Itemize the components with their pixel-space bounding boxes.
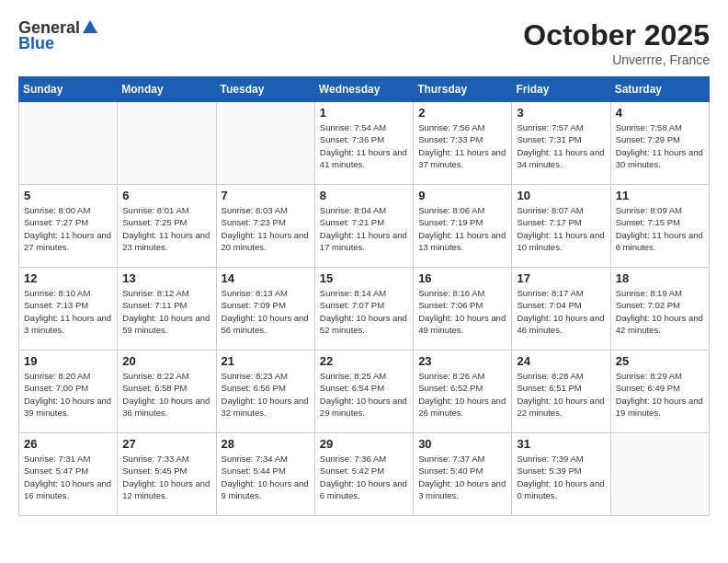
calendar-day-cell: 21Sunrise: 8:23 AM Sunset: 6:56 PM Dayli…	[216, 350, 314, 433]
day-info: Sunrise: 7:31 AM Sunset: 5:47 PM Dayligh…	[24, 453, 112, 501]
calendar-day-cell	[610, 433, 709, 516]
calendar-day-cell: 28Sunrise: 7:34 AM Sunset: 5:44 PM Dayli…	[216, 433, 314, 516]
day-of-week-header: Saturday	[610, 77, 709, 102]
calendar-day-cell: 25Sunrise: 8:29 AM Sunset: 6:49 PM Dayli…	[610, 350, 709, 433]
calendar-day-cell: 9Sunrise: 8:06 AM Sunset: 7:19 PM Daylig…	[414, 185, 512, 268]
calendar-day-cell: 7Sunrise: 8:03 AM Sunset: 7:23 PM Daylig…	[216, 185, 314, 268]
calendar-day-cell: 4Sunrise: 7:58 AM Sunset: 7:29 PM Daylig…	[610, 102, 709, 185]
day-number: 20	[122, 354, 210, 368]
calendar-day-cell: 29Sunrise: 7:36 AM Sunset: 5:42 PM Dayli…	[314, 433, 413, 516]
day-number: 9	[418, 189, 506, 202]
calendar-week-row: 5Sunrise: 8:00 AM Sunset: 7:27 PM Daylig…	[19, 185, 710, 268]
day-number: 8	[320, 189, 408, 202]
day-number: 22	[320, 354, 408, 368]
calendar-week-row: 1Sunrise: 7:54 AM Sunset: 7:36 PM Daylig…	[19, 102, 710, 185]
day-number: 7	[222, 189, 310, 202]
calendar-day-cell: 11Sunrise: 8:09 AM Sunset: 7:15 PM Dayli…	[610, 185, 709, 268]
calendar-week-row: 26Sunrise: 7:31 AM Sunset: 5:47 PM Dayli…	[19, 433, 710, 516]
day-info: Sunrise: 7:36 AM Sunset: 5:42 PM Dayligh…	[320, 453, 408, 501]
calendar-day-cell: 26Sunrise: 7:31 AM Sunset: 5:47 PM Dayli…	[19, 433, 118, 516]
calendar-day-cell	[216, 102, 314, 185]
day-info: Sunrise: 8:09 AM Sunset: 7:15 PM Dayligh…	[616, 204, 704, 253]
day-info: Sunrise: 8:04 AM Sunset: 7:21 PM Dayligh…	[320, 204, 408, 253]
calendar-header-row: SundayMondayTuesdayWednesdayThursdayFrid…	[19, 77, 710, 102]
day-of-week-header: Wednesday	[314, 77, 413, 102]
day-info: Sunrise: 8:17 AM Sunset: 7:04 PM Dayligh…	[517, 287, 605, 336]
day-info: Sunrise: 8:14 AM Sunset: 7:07 PM Dayligh…	[320, 287, 408, 336]
day-info: Sunrise: 8:23 AM Sunset: 6:56 PM Dayligh…	[222, 370, 310, 419]
calendar-day-cell: 12Sunrise: 8:10 AM Sunset: 7:13 PM Dayli…	[19, 268, 118, 350]
day-number: 31	[517, 437, 605, 451]
day-of-week-header: Tuesday	[216, 77, 314, 102]
page-header: General Blue October 2025 Unverrre, Fran…	[18, 18, 710, 67]
day-info: Sunrise: 8:25 AM Sunset: 6:54 PM Dayligh…	[320, 370, 408, 419]
day-info: Sunrise: 7:54 AM Sunset: 7:36 PM Dayligh…	[320, 121, 408, 170]
calendar-day-cell: 6Sunrise: 8:01 AM Sunset: 7:25 PM Daylig…	[118, 185, 216, 268]
calendar-day-cell: 19Sunrise: 8:20 AM Sunset: 7:00 PM Dayli…	[19, 350, 118, 433]
day-info: Sunrise: 7:58 AM Sunset: 7:29 PM Dayligh…	[616, 121, 704, 170]
calendar-day-cell: 2Sunrise: 7:56 AM Sunset: 7:33 PM Daylig…	[414, 102, 512, 185]
day-info: Sunrise: 8:06 AM Sunset: 7:19 PM Dayligh…	[418, 204, 506, 253]
day-number: 28	[222, 437, 310, 451]
day-number: 27	[122, 437, 210, 451]
calendar-week-row: 12Sunrise: 8:10 AM Sunset: 7:13 PM Dayli…	[19, 268, 710, 350]
day-number: 30	[418, 437, 506, 451]
calendar-day-cell: 8Sunrise: 8:04 AM Sunset: 7:21 PM Daylig…	[314, 185, 413, 268]
calendar-day-cell	[118, 102, 216, 185]
month-title: October 2025	[523, 18, 710, 52]
day-info: Sunrise: 8:01 AM Sunset: 7:25 PM Dayligh…	[122, 204, 210, 253]
calendar-day-cell: 5Sunrise: 8:00 AM Sunset: 7:27 PM Daylig…	[19, 185, 118, 268]
calendar-day-cell: 30Sunrise: 7:37 AM Sunset: 5:40 PM Dayli…	[414, 433, 512, 516]
svg-marker-0	[83, 20, 97, 33]
calendar-day-cell: 23Sunrise: 8:26 AM Sunset: 6:52 PM Dayli…	[414, 350, 512, 433]
day-number: 13	[122, 271, 210, 285]
calendar-day-cell: 16Sunrise: 8:16 AM Sunset: 7:06 PM Dayli…	[414, 268, 512, 350]
calendar-day-cell: 15Sunrise: 8:14 AM Sunset: 7:07 PM Dayli…	[314, 268, 413, 350]
calendar-day-cell: 10Sunrise: 8:07 AM Sunset: 7:17 PM Dayli…	[512, 185, 610, 268]
day-info: Sunrise: 8:03 AM Sunset: 7:23 PM Dayligh…	[222, 204, 310, 253]
day-number: 4	[616, 106, 704, 120]
day-info: Sunrise: 8:22 AM Sunset: 6:58 PM Dayligh…	[122, 370, 210, 419]
calendar-table: SundayMondayTuesdayWednesdayThursdayFrid…	[18, 76, 710, 516]
calendar-day-cell: 22Sunrise: 8:25 AM Sunset: 6:54 PM Dayli…	[314, 350, 413, 433]
logo-triangle-icon	[83, 20, 97, 37]
day-info: Sunrise: 8:16 AM Sunset: 7:06 PM Dayligh…	[418, 287, 506, 336]
day-number: 12	[24, 271, 112, 285]
day-info: Sunrise: 7:33 AM Sunset: 5:45 PM Dayligh…	[122, 453, 210, 501]
day-number: 29	[320, 437, 408, 451]
calendar-day-cell: 24Sunrise: 8:28 AM Sunset: 6:51 PM Dayli…	[512, 350, 610, 433]
day-info: Sunrise: 8:26 AM Sunset: 6:52 PM Dayligh…	[418, 370, 506, 419]
day-number: 25	[616, 354, 704, 368]
day-info: Sunrise: 8:00 AM Sunset: 7:27 PM Dayligh…	[24, 204, 112, 253]
day-number: 5	[24, 189, 112, 202]
calendar-day-cell: 1Sunrise: 7:54 AM Sunset: 7:36 PM Daylig…	[314, 102, 413, 185]
day-of-week-header: Thursday	[414, 77, 512, 102]
logo-blue-text: Blue	[18, 34, 54, 53]
calendar-day-cell	[19, 102, 118, 185]
day-number: 2	[418, 106, 506, 120]
day-number: 19	[24, 354, 112, 368]
day-of-week-header: Friday	[512, 77, 610, 102]
logo: General Blue	[18, 18, 97, 53]
day-number: 16	[418, 271, 506, 285]
day-number: 6	[122, 189, 210, 202]
day-info: Sunrise: 8:29 AM Sunset: 6:49 PM Dayligh…	[616, 370, 704, 419]
day-info: Sunrise: 7:34 AM Sunset: 5:44 PM Dayligh…	[222, 453, 310, 501]
calendar-day-cell: 20Sunrise: 8:22 AM Sunset: 6:58 PM Dayli…	[118, 350, 216, 433]
day-info: Sunrise: 7:56 AM Sunset: 7:33 PM Dayligh…	[418, 121, 506, 170]
day-info: Sunrise: 8:13 AM Sunset: 7:09 PM Dayligh…	[222, 287, 310, 336]
day-info: Sunrise: 8:10 AM Sunset: 7:13 PM Dayligh…	[24, 287, 112, 336]
calendar-day-cell: 31Sunrise: 7:39 AM Sunset: 5:39 PM Dayli…	[512, 433, 610, 516]
day-info: Sunrise: 8:19 AM Sunset: 7:02 PM Dayligh…	[616, 287, 704, 336]
day-number: 1	[320, 106, 408, 120]
calendar-day-cell: 13Sunrise: 8:12 AM Sunset: 7:11 PM Dayli…	[118, 268, 216, 350]
day-of-week-header: Monday	[118, 77, 216, 102]
day-info: Sunrise: 7:39 AM Sunset: 5:39 PM Dayligh…	[517, 453, 605, 501]
day-number: 23	[418, 354, 506, 368]
day-number: 21	[222, 354, 310, 368]
calendar-day-cell: 3Sunrise: 7:57 AM Sunset: 7:31 PM Daylig…	[512, 102, 610, 185]
day-number: 10	[517, 189, 605, 202]
day-of-week-header: Sunday	[19, 77, 118, 102]
day-number: 24	[517, 354, 605, 368]
calendar-day-cell: 14Sunrise: 8:13 AM Sunset: 7:09 PM Dayli…	[216, 268, 314, 350]
